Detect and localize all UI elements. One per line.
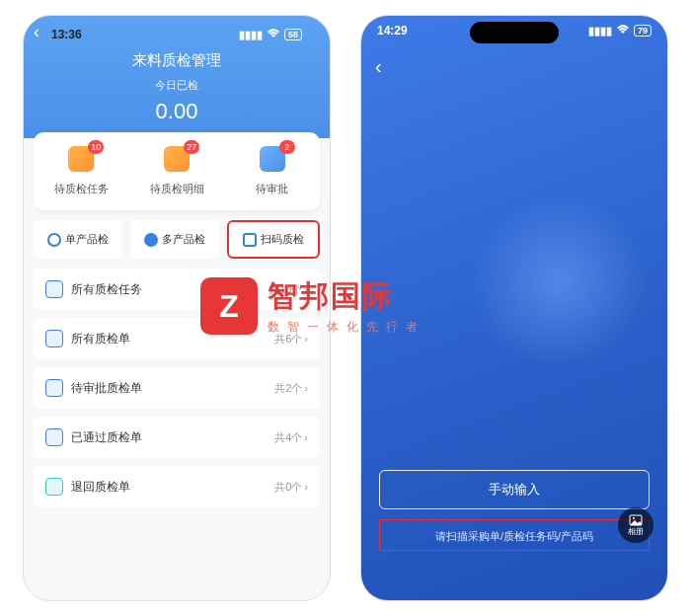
watermark-main: 智邦国际	[268, 276, 425, 317]
doc-icon	[45, 330, 63, 347]
doc-icon	[45, 478, 63, 496]
header-value: 0.00	[36, 99, 318, 124]
dots-icon	[144, 233, 158, 247]
manual-input-button[interactable]: 手动输入	[379, 470, 650, 509]
filter-label: 单产品检	[65, 232, 109, 247]
header-subtitle: 今日已检	[36, 78, 318, 93]
chevron-right-icon: ›	[304, 431, 308, 443]
watermark-sub: 数智一体化先行者	[268, 319, 425, 336]
scan-icon	[243, 233, 257, 247]
badge: 10	[88, 140, 104, 154]
album-label: 相册	[628, 526, 644, 537]
watermark: Z 智邦国际 数智一体化先行者	[200, 276, 425, 336]
dot-icon	[47, 233, 61, 247]
status-bar: 13:36 ▮▮▮▮ 58	[36, 20, 318, 49]
image-icon	[629, 514, 643, 526]
header: 13:36 ▮▮▮▮ 58 ‹ 来料质检管理 今日已检 0.00	[24, 16, 330, 138]
battery-icon: 58	[284, 29, 302, 40]
back-button[interactable]: ‹	[34, 22, 39, 42]
doc-icon	[45, 428, 63, 446]
stat-pending-approval[interactable]: 2 待审批	[224, 146, 320, 196]
filter-multi-product[interactable]: 多产品检	[130, 220, 219, 259]
scan-bottom: 手动输入 请扫描采购单/质检任务码/产品码	[379, 470, 650, 551]
list-count: 共0个	[274, 480, 302, 495]
list-item[interactable]: 已通过质检单 共4个›	[34, 417, 320, 458]
signal-icon: ▮▮▮▮	[239, 29, 263, 41]
stat-pending-tasks[interactable]: 10 待质检任务	[34, 146, 129, 196]
wifi-icon	[267, 29, 280, 40]
filter-label: 扫码质检	[261, 232, 304, 247]
battery-icon: 79	[634, 25, 652, 37]
stat-label: 待质检明细	[129, 182, 225, 196]
doc-icon	[45, 280, 63, 298]
scan-hint-box: 请扫描采购单/质检任务码/产品码	[379, 519, 650, 551]
status-icons: ▮▮▮▮ 79	[588, 25, 652, 38]
wifi-icon	[616, 25, 630, 37]
list-label: 已通过质检单	[71, 429, 142, 446]
list-label: 退回质检单	[71, 479, 130, 496]
list-count: 共4个	[274, 430, 302, 445]
album-button[interactable]: 相册	[618, 507, 653, 543]
list-count: 共2个	[274, 381, 302, 396]
filter-scan-qc[interactable]: 扫码质检	[227, 220, 320, 259]
chevron-right-icon: ›	[304, 382, 308, 394]
filter-row: 单产品检 多产品检 扫码质检	[24, 220, 330, 259]
stat-label: 待审批	[224, 182, 320, 196]
list-label: 所有质检任务	[71, 281, 142, 298]
list-item[interactable]: 退回质检单 共0个›	[34, 466, 320, 507]
stat-card: 10 待质检任务 27 待质检明细 2 待审批	[34, 132, 320, 210]
page-title: 来料质检管理	[36, 51, 318, 70]
filter-label: 多产品检	[162, 232, 205, 247]
scan-hint-text: 请扫描采购单/质检任务码/产品码	[435, 530, 593, 542]
badge: 27	[184, 140, 199, 154]
status-icons: ▮▮▮▮ 58	[239, 29, 302, 41]
doc-icon	[45, 379, 63, 397]
signal-icon: ▮▮▮▮	[588, 25, 612, 38]
stat-label: 待质检任务	[34, 182, 129, 196]
filter-single-product[interactable]: 单产品检	[34, 220, 122, 259]
scan-glow	[470, 193, 648, 371]
list-item[interactable]: 待审批质检单 共2个›	[34, 367, 320, 409]
stat-pending-details[interactable]: 27 待质检明细	[129, 146, 225, 196]
notch	[470, 22, 559, 43]
status-time: 14:29	[377, 24, 408, 38]
list-label: 所有质检单	[71, 331, 130, 347]
badge: 2	[279, 140, 295, 154]
chevron-right-icon: ›	[304, 481, 308, 493]
list-label: 待审批质检单	[71, 380, 142, 397]
watermark-logo: Z	[200, 277, 258, 335]
back-button[interactable]: ‹	[375, 55, 382, 78]
svg-point-1	[633, 517, 635, 519]
status-time: 13:36	[51, 28, 82, 41]
